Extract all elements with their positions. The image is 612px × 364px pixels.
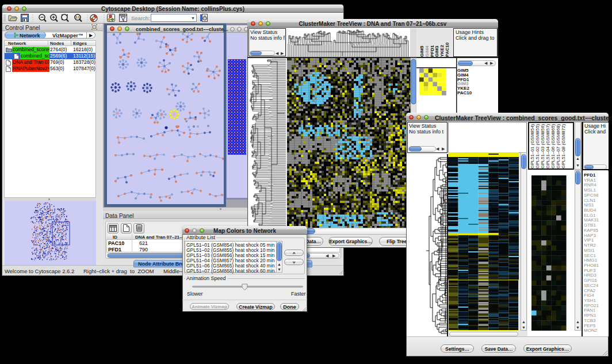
svg-text:1:1: 1:1 bbox=[75, 16, 79, 19]
